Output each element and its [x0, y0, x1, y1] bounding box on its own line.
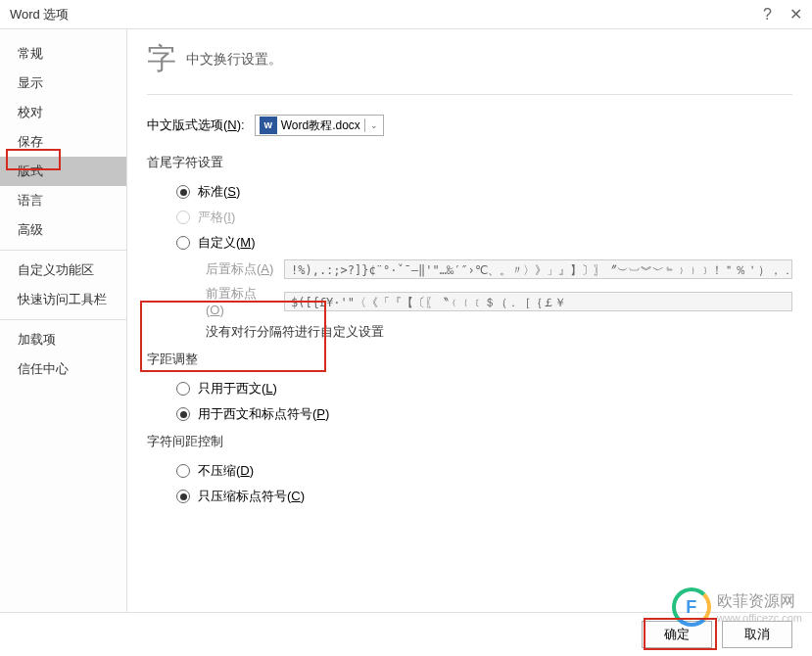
file-dropdown-value: Word教程.docx	[281, 117, 364, 134]
before-punct-input: $([{£¥·'"〈《「『【〔〖〝﹙﹛﹝＄（．［｛￡￥	[284, 292, 792, 311]
before-punct-row: 前置标点(O) $([{£¥·'"〈《「『【〔〖〝﹙﹛﹝＄（．［｛￡￥	[206, 285, 792, 317]
chevron-down-icon: ⌄	[364, 118, 383, 132]
window-controls: ? ✕	[763, 5, 802, 23]
cancel-button[interactable]: 取消	[722, 621, 792, 648]
after-punct-label: 后置标点(A)	[206, 260, 274, 278]
sidebar-item[interactable]: 自定义功能区	[0, 256, 126, 285]
radio-option[interactable]: 只压缩标点符号(C)	[176, 488, 792, 505]
file-dropdown[interactable]: W Word教程.docx ⌄	[255, 115, 384, 136]
radio-option[interactable]: 不压缩(D)	[176, 462, 792, 480]
section-first-last-title: 首尾字符设置	[147, 154, 792, 171]
sidebar-item[interactable]: 版式	[0, 157, 126, 186]
radio-option[interactable]: 用于西文和标点符号(P)	[176, 405, 792, 423]
custom-note: 没有对行分隔符进行自定义设置	[206, 323, 792, 341]
main-panel: 字 中文换行设置。 中文版式选项(N): W Word教程.docx ⌄ 首尾字…	[127, 29, 812, 612]
panel-header: 字 中文换行设置。	[147, 39, 792, 95]
radio-option[interactable]: 自定义(M)	[176, 234, 792, 252]
radio-icon	[176, 185, 190, 199]
radio-option[interactable]: 标准(S)	[176, 183, 792, 201]
sidebar-item[interactable]: 常规	[0, 39, 126, 69]
dialog-title: Word 选项	[10, 6, 763, 23]
radio-icon	[176, 464, 190, 478]
radio-icon	[176, 407, 190, 421]
file-selector-label: 中文版式选项(N):	[147, 117, 245, 134]
radio-icon	[176, 490, 190, 503]
radio-label: 用于西文和标点符号(P)	[198, 405, 329, 423]
radio-label: 标准(S)	[198, 183, 240, 201]
section-spacing-title: 字符间距控制	[147, 433, 792, 450]
sidebar-item[interactable]: 信任中心	[0, 354, 126, 384]
sidebar-item[interactable]: 显示	[0, 69, 126, 98]
radio-label: 只用于西文(L)	[198, 380, 277, 398]
sidebar-item[interactable]: 加载项	[0, 325, 126, 354]
sidebar-item[interactable]: 校对	[0, 98, 126, 127]
ok-button[interactable]: 确定	[642, 621, 712, 648]
radio-icon	[176, 382, 190, 396]
after-punct-row: 后置标点(A) !%),.:;>?]}¢¨°·ˇˉ―‖'"…‰′″›℃、。〃〉》…	[206, 259, 792, 279]
radio-icon	[176, 236, 190, 250]
after-punct-input: !%),.:;>?]}¢¨°·ˇˉ―‖'"…‰′″›℃、。〃〉》」』】〕〗〞︶︺…	[284, 259, 792, 279]
word-doc-icon: W	[260, 117, 277, 134]
before-punct-label: 前置标点(O)	[206, 285, 274, 317]
radio-label: 严格(I)	[198, 209, 235, 226]
header-text: 中文换行设置。	[186, 51, 282, 69]
sidebar-item[interactable]: 高级	[0, 215, 126, 245]
sidebar-divider	[0, 319, 126, 320]
help-icon[interactable]: ?	[763, 6, 772, 23]
radio-label: 自定义(M)	[198, 234, 256, 252]
title-bar: Word 选项 ? ✕	[0, 0, 812, 29]
sidebar-item[interactable]: 快速访问工具栏	[0, 285, 126, 314]
radio-label: 只压缩标点符号(C)	[198, 488, 305, 505]
sidebar: 常规显示校对保存版式语言高级自定义功能区快速访问工具栏加载项信任中心	[0, 29, 127, 612]
dialog-footer: 确定 取消	[0, 612, 812, 656]
sidebar-item[interactable]: 保存	[0, 127, 126, 157]
radio-option: 严格(I)	[176, 209, 792, 226]
radio-icon	[176, 211, 190, 224]
close-icon[interactable]: ✕	[789, 5, 802, 23]
radio-option[interactable]: 只用于西文(L)	[176, 380, 792, 398]
sidebar-item[interactable]: 语言	[0, 186, 126, 215]
section-kerning-title: 字距调整	[147, 351, 792, 368]
sidebar-divider	[0, 250, 126, 251]
file-selector-row: 中文版式选项(N): W Word教程.docx ⌄	[147, 115, 792, 136]
radio-label: 不压缩(D)	[198, 462, 254, 480]
header-glyph-icon: 字	[147, 39, 176, 79]
